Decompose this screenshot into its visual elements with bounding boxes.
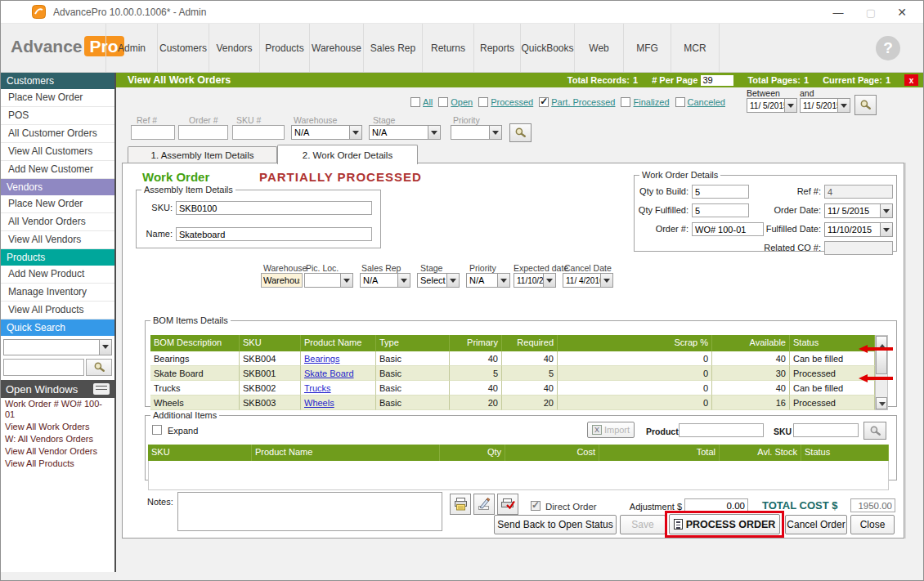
bom-cell-product-name[interactable]: Bearings [301, 351, 376, 366]
fulfilled-date-select[interactable]: 11/10/2015 [824, 222, 893, 237]
send-back-button[interactable]: Send Back to Open Status [494, 515, 617, 534]
open-window-link-view-all-vendor-orders[interactable]: View All Vendor Orders [1, 445, 114, 458]
filter-label-processed[interactable]: Processed [491, 97, 533, 107]
order-filter-input[interactable] [178, 125, 228, 140]
chevron-down-icon[interactable] [497, 274, 509, 287]
chevron-down-icon[interactable] [489, 126, 501, 139]
expected-date-select[interactable]: 11/10/2015 [514, 273, 556, 288]
notes-textarea[interactable] [177, 492, 442, 531]
sidebar-item-add-new-customer[interactable]: Add New Customer [1, 161, 114, 179]
adjustment-input[interactable] [684, 498, 748, 512]
sidebar-item-all-customer-orders[interactable]: All Customer Orders [1, 125, 114, 143]
checkbox-finalized[interactable] [621, 97, 630, 107]
stage-filter-select[interactable]: N/A [369, 125, 441, 140]
open-window-link-w-all-vendors-orders[interactable]: W: All Vendors Orders [1, 433, 114, 445]
chevron-down-icon[interactable] [784, 99, 796, 112]
sidebar-item-place-new-order[interactable]: Place New Order [1, 195, 114, 213]
filter-label-finalized[interactable]: Finalized [633, 97, 669, 107]
nav-item-admin[interactable]: Admin [105, 24, 158, 72]
list-icon[interactable] [93, 383, 110, 395]
print-confirm-button[interactable] [497, 494, 518, 515]
quick-search-input[interactable] [3, 359, 84, 376]
chevron-down-icon[interactable] [543, 274, 555, 287]
cancel-date-select[interactable]: 11/ 4/2016 [563, 273, 613, 288]
nav-item-vendors[interactable]: Vendors [209, 24, 260, 72]
date-to-select[interactable]: 11/ 5/2015 [800, 98, 850, 113]
sidebar-item-all-vendor-orders[interactable]: All Vendor Orders [1, 213, 114, 231]
nav-item-mfg[interactable]: MFG [624, 24, 671, 72]
nav-item-web[interactable]: Web [575, 24, 624, 72]
checkbox-canceled[interactable] [675, 97, 685, 107]
checkbox-all[interactable] [410, 97, 420, 107]
chevron-down-icon[interactable] [837, 99, 850, 112]
additional-product-input[interactable] [679, 423, 764, 437]
sign-button[interactable] [473, 494, 495, 515]
expand-checkbox[interactable] [152, 425, 162, 435]
sidebar-item-view-all-products[interactable]: View All Products [1, 302, 114, 320]
per-page-input[interactable] [701, 75, 733, 86]
print-button[interactable] [450, 494, 471, 515]
open-window-link-view-all-products[interactable]: View All Products [1, 458, 114, 470]
sidebar-item-manage-inventory[interactable]: Manage Inventory [1, 284, 114, 302]
close-window-button[interactable]: ✕ [886, 1, 918, 24]
nav-item-returns[interactable]: Returns [423, 24, 474, 72]
additional-search-button[interactable] [863, 422, 886, 440]
chevron-down-icon[interactable] [397, 274, 410, 287]
assembly-sku-input[interactable] [176, 201, 372, 215]
filter-label-open[interactable]: Open [451, 97, 473, 107]
chevron-down-icon[interactable] [880, 204, 892, 217]
sidebar-header-products[interactable]: Products [1, 249, 114, 266]
pic-loc-select[interactable] [304, 273, 353, 288]
sidebar-item-pos[interactable]: POS [1, 107, 114, 125]
assembly-name-input[interactable] [176, 227, 372, 241]
nav-item-quickbooks[interactable]: QuickBooks [521, 24, 575, 72]
bom-cell-product-name[interactable]: Wheels [301, 396, 376, 410]
sidebar-header-customers[interactable]: Customers [1, 73, 114, 89]
chevron-down-icon[interactable] [340, 274, 352, 287]
cancel-order-button[interactable]: Cancel Order [785, 515, 847, 534]
date-search-button[interactable] [854, 95, 877, 115]
checkbox-processed[interactable] [478, 97, 488, 107]
chevron-down-icon[interactable] [428, 126, 440, 139]
quick-search-category-select[interactable] [3, 339, 112, 355]
priority-select[interactable]: N/A [466, 273, 510, 288]
checkbox-part-processed[interactable] [539, 97, 549, 107]
nav-item-mcr[interactable]: MCR [671, 24, 720, 72]
filter-search-button[interactable] [509, 123, 532, 142]
chevron-down-icon[interactable] [600, 274, 612, 287]
filter-label-part-processed[interactable]: Part. Processed [551, 97, 615, 107]
stage-select[interactable]: Select S [417, 273, 460, 288]
sales-rep-select[interactable]: N/A [360, 273, 410, 288]
sidebar-item-view-all-vendors[interactable]: View All Vendors [1, 231, 114, 249]
warehouse-filter-select[interactable]: N/A [291, 125, 362, 140]
maximize-button[interactable]: ▢ [854, 1, 887, 24]
open-window-link-view-all-work-orders[interactable]: View All Work Orders [1, 421, 114, 433]
sidebar-item-view-all-customers[interactable]: View All Customers [1, 143, 114, 161]
date-from-select[interactable]: 11/ 5/2015 [747, 98, 797, 113]
filter-label-canceled[interactable]: Canceled [688, 97, 725, 107]
sidebar-header-quick-search[interactable]: Quick Search [1, 320, 114, 336]
order-date-select[interactable]: 11/ 5/2015 [824, 203, 893, 218]
process-order-button[interactable]: PROCESS ORDER [669, 514, 780, 534]
filter-label-all[interactable]: All [423, 97, 433, 107]
ref-filter-input[interactable] [131, 125, 175, 140]
scroll-down-icon[interactable] [876, 397, 887, 409]
checkbox-open[interactable] [438, 97, 448, 107]
sidebar-header-vendors[interactable]: Vendors [1, 179, 114, 195]
nav-item-customers[interactable]: Customers [158, 24, 209, 72]
tab-assembly-item-details[interactable]: 1. Assembly Item Details [128, 146, 277, 163]
sidebar-search-button[interactable] [86, 359, 112, 376]
nav-item-warehouse[interactable]: Warehouse [310, 24, 364, 72]
chevron-down-icon[interactable] [99, 340, 111, 355]
nav-item-sales-rep[interactable]: Sales Rep [364, 24, 423, 72]
warehouse-field[interactable] [261, 273, 303, 288]
additional-sku-input[interactable] [793, 423, 859, 437]
close-view-button[interactable]: x [904, 74, 918, 86]
open-window-link-work-order-wo-100-01[interactable]: Work Order # WO# 100-01 [1, 398, 114, 421]
minimize-button[interactable]: — [822, 1, 854, 24]
help-icon[interactable]: ? [876, 36, 900, 60]
tab-work-order-details[interactable]: 2. Work Order Details [277, 145, 418, 164]
sku-filter-input[interactable] [232, 125, 285, 140]
close-button[interactable]: Close [850, 515, 895, 534]
nav-item-reports[interactable]: Reports [474, 24, 521, 72]
